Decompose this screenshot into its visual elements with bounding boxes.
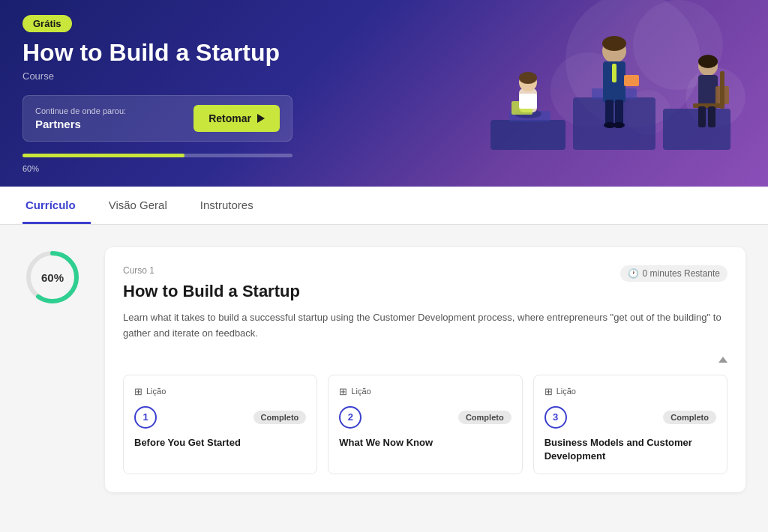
main-content: 60% Curso 1 🕐 0 minutes Restante How to … [0, 225, 768, 515]
lesson-header-row-2: 2 Completo [339, 406, 511, 429]
continue-label: Continue de onde parou: [35, 106, 126, 115]
hero-section: Grátis How to Build a Startup Course Con… [0, 0, 768, 187]
circle-percent-label: 60% [41, 271, 64, 284]
course-label: Curso 1 [123, 265, 154, 276]
progress-bar-track [22, 154, 292, 157]
lesson-title-2[interactable]: What We Now Know [339, 436, 511, 450]
svg-rect-19 [605, 100, 614, 126]
hero-content: Grátis How to Build a Startup Course Con… [22, 15, 412, 187]
svg-point-27 [698, 55, 718, 68]
completo-badge-1: Completo [254, 411, 307, 424]
svg-point-13 [519, 72, 537, 84]
course-description: Learn what it takes to build a successfu… [123, 310, 728, 342]
gratis-badge: Grátis [22, 15, 72, 32]
progress-percentage: 60% [22, 164, 39, 173]
hero-illustration [393, 0, 768, 172]
svg-point-23 [602, 36, 626, 51]
svg-rect-5 [490, 120, 566, 150]
svg-rect-20 [615, 100, 623, 126]
svg-rect-30 [720, 71, 724, 109]
hero-svg [393, 0, 768, 172]
completo-badge-3: Completo [663, 411, 716, 424]
progress-area: 60% [22, 154, 412, 187]
svg-rect-31 [698, 106, 706, 127]
course-card-title: How to Build a Startup [123, 282, 728, 301]
lesson-type-3: ⊞ Lição [544, 386, 716, 397]
lesson-card-2: ⊞ Lição 2 Completo What We Now Know [328, 375, 522, 474]
continue-box: Continue de onde parou: Partners Retomar [22, 95, 292, 142]
lesson-title-3[interactable]: Business Models and Customer Development [544, 436, 716, 463]
tab-visao-geral[interactable]: Visão Geral [106, 187, 182, 224]
progress-bar-fill [22, 154, 184, 157]
play-icon [257, 114, 265, 123]
lesson-header-row-3: 3 Completo [544, 406, 716, 429]
lesson-book-icon-1: ⊞ [134, 386, 142, 397]
tab-instrutores[interactable]: Instrutores [197, 187, 268, 224]
tab-curriculo[interactable]: Currículo [22, 187, 91, 224]
lesson-type-2: ⊞ Lição [339, 386, 511, 397]
course-card: Curso 1 🕐 0 minutes Restante How to Buil… [105, 247, 746, 492]
hero-subtitle: Course [22, 70, 412, 82]
clock-icon: 🕐 [628, 268, 639, 279]
svg-rect-18 [612, 64, 616, 82]
circle-container: 60% [22, 247, 82, 307]
tabs-list: Currículo Visão Geral Instrutores [22, 187, 746, 224]
svg-rect-15 [519, 94, 537, 109]
hero-title: How to Build a Startup [22, 40, 412, 66]
retomar-button[interactable]: Retomar [194, 105, 280, 132]
progress-circle-wrap: 60% [22, 247, 82, 307]
lesson-type-1: ⊞ Lição [134, 386, 306, 397]
lesson-number-1[interactable]: 1 [134, 406, 157, 429]
lesson-header-row-1: 1 Completo [134, 406, 306, 429]
lesson-number-3[interactable]: 3 [544, 406, 567, 429]
retomar-label: Retomar [208, 112, 251, 124]
svg-point-22 [613, 122, 625, 128]
tabs-section: Currículo Visão Geral Instrutores [0, 187, 768, 225]
lesson-title-1[interactable]: Before You Get Started [134, 436, 306, 450]
lesson-number-2[interactable]: 2 [339, 406, 362, 429]
lesson-book-icon-2: ⊞ [339, 386, 347, 397]
lesson-card-3: ⊞ Lição 3 Completo Business Models and C… [533, 375, 728, 474]
time-badge: 🕐 0 minutes Restante [620, 265, 728, 282]
svg-rect-32 [708, 106, 716, 127]
completo-badge-2: Completo [458, 411, 512, 424]
svg-rect-24 [624, 75, 639, 86]
lesson-book-icon-3: ⊞ [544, 386, 553, 397]
svg-rect-7 [663, 109, 730, 150]
svg-rect-29 [693, 103, 723, 108]
continue-lesson: Partners [35, 118, 81, 130]
card-header: Curso 1 🕐 0 minutes Restante [123, 265, 728, 282]
lessons-row: ⊞ Lição 1 Completo Before You Get Starte… [123, 375, 728, 474]
lesson-card-1: ⊞ Lição 1 Completo Before You Get Starte… [123, 375, 317, 474]
collapse-icon[interactable] [718, 357, 728, 363]
continue-info: Continue de onde parou: Partners [35, 106, 126, 131]
time-text: 0 minutes Restante [643, 268, 720, 279]
